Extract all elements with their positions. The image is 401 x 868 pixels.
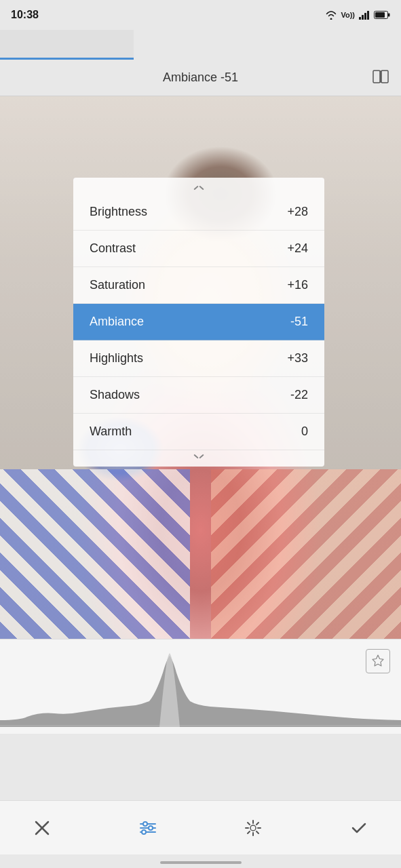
compare-icon: [371, 67, 390, 86]
saturation-value: +16: [287, 278, 308, 292]
svg-line-24: [256, 831, 259, 833]
bottom-toolbar: [0, 800, 401, 854]
cancel-button[interactable]: [27, 813, 57, 843]
highlights-value: +33: [287, 351, 308, 366]
image-area: Brightness +28 Contrast +24 Saturation +…: [0, 96, 401, 639]
svg-line-26: [248, 831, 250, 833]
ambiance-label: Ambiance: [90, 315, 144, 329]
magic-icon: [244, 818, 263, 837]
cancel-icon: [33, 818, 52, 837]
svg-line-25: [256, 823, 259, 825]
warmth-value: 0: [301, 425, 308, 439]
shadows-value: -22: [290, 388, 308, 402]
shadows-row[interactable]: Shadows -22: [73, 377, 324, 414]
svg-rect-6: [388, 14, 390, 17]
tab-bar: [0, 30, 401, 60]
sliders-icon: [138, 818, 157, 837]
contrast-row[interactable]: Contrast +24: [73, 231, 324, 267]
histogram-area: [0, 639, 401, 734]
panel-scroll-down[interactable]: [73, 450, 324, 467]
chevron-up-icon: [193, 183, 204, 190]
svg-rect-1: [362, 15, 364, 20]
confirm-button[interactable]: [344, 813, 374, 843]
warmth-label: Warmth: [90, 425, 132, 439]
tab-item-3[interactable]: [267, 30, 401, 60]
wifi-icon: [325, 10, 337, 20]
star-button[interactable]: [366, 649, 390, 673]
compare-button[interactable]: [371, 67, 390, 89]
brightness-label: Brightness: [90, 205, 147, 219]
ambiance-row[interactable]: Ambiance -51: [73, 304, 324, 340]
home-indicator: [160, 861, 242, 864]
chevron-down-icon: [193, 454, 204, 461]
highlights-label: Highlights: [90, 351, 143, 366]
magic-button[interactable]: [238, 813, 268, 843]
svg-rect-2: [364, 13, 366, 20]
status-icons: Vo)): [325, 10, 390, 20]
contrast-label: Contrast: [90, 241, 136, 256]
battery-icon: [374, 10, 390, 20]
highlights-row[interactable]: Highlights +33: [73, 340, 324, 377]
adjustments-button[interactable]: [133, 813, 163, 843]
checkmark-icon: [349, 818, 368, 837]
svg-rect-7: [373, 71, 380, 83]
header: Ambiance -51: [0, 60, 401, 96]
svg-rect-0: [359, 17, 361, 20]
svg-rect-8: [381, 71, 388, 83]
status-time: 10:38: [11, 9, 39, 21]
brightness-row[interactable]: Brightness +28: [73, 194, 324, 231]
tab-item-2[interactable]: [134, 30, 267, 60]
svg-point-18: [142, 830, 146, 834]
histogram-chart: [0, 652, 401, 727]
saturation-label: Saturation: [90, 278, 145, 292]
header-title: Ambiance -51: [163, 71, 238, 85]
shadows-label: Shadows: [90, 388, 140, 402]
adjustments-panel: Brightness +28 Contrast +24 Saturation +…: [73, 178, 324, 467]
svg-rect-5: [375, 12, 385, 18]
star-icon: [370, 654, 385, 669]
svg-line-23: [248, 823, 250, 825]
saturation-row[interactable]: Saturation +16: [73, 267, 324, 304]
ambiance-value: -51: [290, 315, 308, 329]
svg-point-16: [143, 822, 147, 826]
signal-icon: [358, 10, 370, 20]
tab-item-1[interactable]: [0, 30, 134, 60]
panel-scroll-up[interactable]: [73, 178, 324, 194]
svg-point-27: [250, 825, 256, 831]
contrast-value: +24: [287, 241, 308, 256]
status-bar: 10:38 Vo)): [0, 0, 401, 30]
vol-icon: Vo)): [341, 11, 355, 19]
warmth-row[interactable]: Warmth 0: [73, 414, 324, 450]
svg-rect-3: [367, 11, 369, 20]
brightness-value: +28: [287, 205, 308, 219]
svg-point-17: [149, 826, 153, 830]
